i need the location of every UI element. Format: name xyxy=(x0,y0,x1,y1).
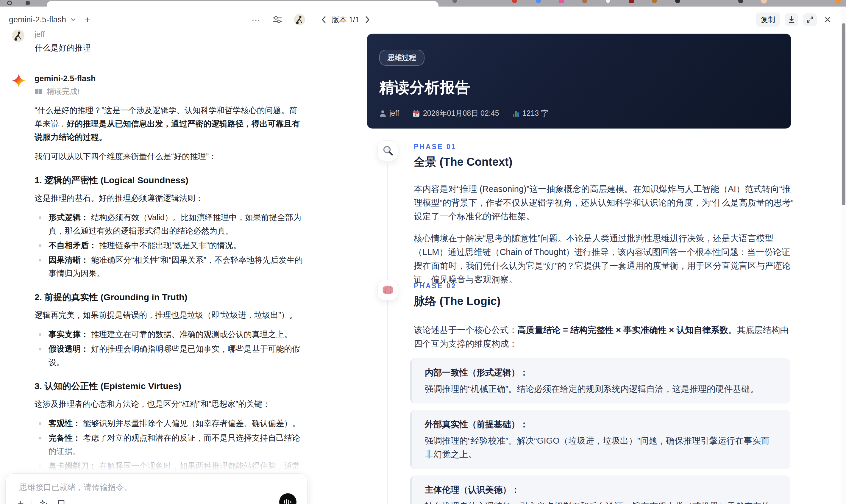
info-card-agent-ethics: 主体伦理（认识美德）： 转向推理者的心理特征。引入奥卡姆剃刀和反向论证，旨在克服… xyxy=(410,475,790,504)
user-avatar xyxy=(12,30,24,42)
bullet-item: 事实支撑：推理建立在可靠的数据、准确的观测或公认的真理之上。 xyxy=(35,328,304,341)
attach-plus-button[interactable]: + xyxy=(18,499,24,504)
section-heading: 3. 认知的公正性 (Epistemic Virtues) xyxy=(35,379,304,393)
chat-thread: jeff 什么是好的推理 gemini-2.5-flash xyxy=(12,29,304,504)
dimension-cards: 内部一致性（形式逻辑）： 强调推理的“机械正确”。结论必须在给定的规则系统内逻辑… xyxy=(410,358,790,504)
bullet-dot xyxy=(39,259,41,262)
bullet-item: 形式逻辑：结构必须有效（Valid）。比如演绎推理中，如果前提全部为真，那么通过… xyxy=(35,211,304,238)
bookmark-button[interactable] xyxy=(57,499,66,504)
phase-label: PHASE 01 xyxy=(414,143,816,151)
extension-icon[interactable] xyxy=(652,0,657,3)
gemini-star-icon xyxy=(12,74,25,88)
user-message-text: 什么是好的推理 xyxy=(35,41,304,55)
version-next-button[interactable] xyxy=(365,16,371,23)
download-button[interactable] xyxy=(785,13,798,26)
extension-icon[interactable] xyxy=(835,0,841,4)
hero-date: 17 2026年01月08日 02:45 xyxy=(412,108,499,118)
user-name: jeff xyxy=(35,29,304,40)
new-chat-button[interactable]: + xyxy=(85,15,90,25)
card-body: 强调推理的“经验校准”。解决“GIGO（垃圾进，垃圾出）”问题，确保推理引擎运行… xyxy=(425,434,777,461)
phase-paragraph: 本内容是对“推理 (Reasoning)”这一抽象概念的高层建模。在知识爆炸与人… xyxy=(414,182,795,223)
magnifier-icon xyxy=(377,140,398,161)
apps-grid-icon[interactable] xyxy=(25,1,30,5)
phase-title: 脉络 (The Logic) xyxy=(414,294,816,309)
panel-scrollbar[interactable] xyxy=(841,6,846,504)
browser-address-bar[interactable] xyxy=(47,1,439,6)
assistant-status: 精读完成! xyxy=(35,86,304,97)
chat-header: gemini-2.5-flash + ⋯ xyxy=(9,13,305,27)
card-title: 主体伦理（认识美德）： xyxy=(425,485,777,494)
scrollbar-thumb[interactable] xyxy=(842,23,845,205)
info-card-external-truth: 外部真实性（前提基础）： 强调推理的“经验校准”。解决“GIGO（垃圾进，垃圾出… xyxy=(410,410,790,469)
phase-label: PHASE 02 xyxy=(414,282,816,290)
extension-icon[interactable] xyxy=(675,0,680,3)
chat-section-2: 2. 前提的真实性 (Grounding in Truth) 逻辑再完美，如果前… xyxy=(35,290,304,369)
bar-chart-icon xyxy=(512,109,519,117)
bullet-dot xyxy=(39,333,41,336)
chat-panel: gemini-2.5-flash + ⋯ xyxy=(0,6,313,504)
fullscreen-button[interactable] xyxy=(803,13,817,26)
version-navigator: 版本 1/1 xyxy=(321,15,371,25)
waveform-icon xyxy=(283,498,292,504)
phase-paragraph: 该论述基于一个核心公式：高质量结论 = 结构完整性 × 事实准确性 × 认知自律… xyxy=(414,323,795,350)
composer-toolbar: + xyxy=(18,499,66,504)
more-options-button[interactable]: ⋯ xyxy=(251,15,261,25)
bullet-item: 因果清晰：能准确区分“相关性”和“因果关系”，不会轻率地将先后发生的事情归为因果… xyxy=(35,253,304,280)
card-body: 强调推理的“机械正确”。结论必须在给定的规则系统内逻辑自洽，这是推理的硬件基础。 xyxy=(425,382,777,396)
svg-text:17: 17 xyxy=(415,113,418,116)
browser-profile-avatar[interactable] xyxy=(761,0,767,4)
hero-author: jeff xyxy=(379,109,399,118)
phase-section-2: PHASE 02 脉络 (The Logic) 该论述基于一个核心公式：高质量结… xyxy=(377,282,816,504)
reload-icon[interactable] xyxy=(7,1,12,5)
composer-placeholder[interactable]: 思维接口已就绪，请传输指令。 xyxy=(19,482,132,493)
bullet-dot xyxy=(39,244,41,247)
artifact-header: 版本 1/1 复制 ✕ xyxy=(321,12,833,28)
tune-settings-button[interactable] xyxy=(272,15,282,24)
section-intro: 逻辑再完美，如果前提是错误的，推理也是垃圾（即“垃圾进，垃圾出”）。 xyxy=(35,308,304,322)
toolbar-divider xyxy=(32,500,32,504)
extension-icon[interactable] xyxy=(453,0,457,3)
hero-word-count: 1213 字 xyxy=(512,108,549,118)
extension-icon[interactable] xyxy=(512,0,517,3)
hero-card: 思维过程 精读分析报告 jeff 17 2026年01月08日 xyxy=(367,34,791,128)
voice-input-button[interactable] xyxy=(279,493,297,504)
extension-icon[interactable] xyxy=(582,0,587,3)
answer-lead: 我们可以从以下四个维度来衡量什么是“好的推理”： xyxy=(35,150,304,163)
download-icon xyxy=(788,16,795,23)
close-button[interactable]: ✕ xyxy=(822,13,833,26)
sparkle-tools-button[interactable] xyxy=(40,499,49,504)
section-heading: 2. 前提的真实性 (Grounding in Truth) xyxy=(35,290,304,304)
assistant-name: gemini-2.5-flash xyxy=(35,73,304,84)
section-heading: 1. 逻辑的严密性 (Logical Soundness) xyxy=(35,174,304,187)
artifact-actions: 复制 ✕ xyxy=(756,13,833,27)
hero-badge: 思维过程 xyxy=(379,50,424,66)
book-icon xyxy=(35,88,43,95)
extension-icon[interactable] xyxy=(559,0,564,3)
artifact-panel: 版本 1/1 复制 ✕ 思维过程 xyxy=(314,6,841,504)
phase-section-1: PHASE 01 全景 (The Context) 本内容是对“推理 (Reas… xyxy=(377,143,816,286)
section-intro: 这是推理的基石。好的推理必须遵循逻辑法则： xyxy=(35,192,304,205)
model-selector[interactable]: gemini-2.5-flash xyxy=(9,15,66,24)
card-body: 转向推理者的心理特征。引入奥卡姆剃刀和反向论证，旨在克服人类（或机器）天然存在的… xyxy=(425,499,777,504)
extension-icon[interactable] xyxy=(738,0,743,3)
extension-icon[interactable] xyxy=(629,0,634,3)
expand-icon xyxy=(806,16,814,23)
chevron-down-icon[interactable] xyxy=(70,16,77,23)
bullet-dot xyxy=(39,422,41,425)
chat-message-user: jeff 什么是好的推理 xyxy=(12,29,304,55)
version-prev-button[interactable] xyxy=(321,16,327,23)
artifact-content[interactable]: 思维过程 精读分析报告 jeff 17 2026年01月08日 xyxy=(314,33,841,504)
copy-button[interactable]: 复制 xyxy=(756,13,780,27)
bullet-item: 不自相矛盾：推理链条中不能出现“既是又非”的情况。 xyxy=(35,239,304,252)
card-title: 内部一致性（形式逻辑）： xyxy=(425,368,777,377)
extension-icon[interactable] xyxy=(536,0,541,3)
composer[interactable]: 思维接口已就绪，请传输指令。 + xyxy=(5,473,307,504)
version-label: 版本 1/1 xyxy=(332,15,359,25)
bullet-dot xyxy=(39,437,41,439)
hero-meta: jeff 17 2026年01月08日 02:45 xyxy=(379,108,779,118)
artifact-title: 精读分析报告 xyxy=(379,78,779,97)
extension-icon[interactable] xyxy=(605,0,611,3)
user-avatar[interactable] xyxy=(294,14,305,25)
bullet-item: 客观性：能够识别并尽量排除个人偏见（如幸存者偏差、确认偏差）。 xyxy=(35,417,304,430)
card-title: 外部真实性（前提基础）： xyxy=(425,419,777,429)
